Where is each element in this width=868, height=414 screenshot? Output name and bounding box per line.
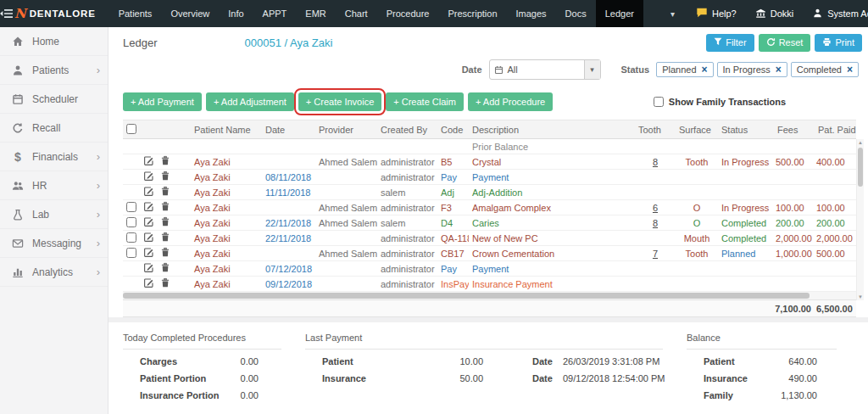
summary-row: Insurance50.00Date09/12/2018 12:54:00 PM (305, 373, 687, 383)
cell-pat-paid: 200.00 (815, 215, 856, 231)
create-claim-button[interactable]: + Create Claim (386, 92, 464, 111)
sidebar-item-recall[interactable]: Recall (0, 114, 108, 143)
cell-date (262, 139, 315, 154)
nav-more-button[interactable]: ▾ (659, 0, 687, 27)
row-checkbox[interactable] (126, 202, 136, 212)
filters-row: Date All ▾ Status Planned×In Progress×Co… (108, 53, 868, 85)
scroll-down-icon[interactable]: ▼ (857, 294, 864, 299)
delete-icon[interactable] (160, 232, 170, 243)
cell-date (262, 154, 315, 170)
summary-value: 490.00 (770, 373, 817, 383)
page-title: Ledger (123, 36, 157, 49)
date-filter-select[interactable]: All ▾ (489, 59, 601, 80)
help-icon (696, 7, 708, 20)
delete-icon[interactable] (160, 186, 170, 197)
user-menu[interactable]: System Administrator ▾ (803, 0, 868, 27)
header-select-checkbox[interactable] (126, 124, 136, 134)
nav-item-patients[interactable]: Patients (109, 0, 162, 27)
horizontal-scrollbar[interactable] (123, 292, 856, 299)
nav-item-info[interactable]: Info (219, 0, 253, 27)
delete-icon[interactable] (160, 171, 170, 182)
status-filter-chips: Planned×In Progress×Completed× (656, 62, 859, 77)
sidebar-item-analytics[interactable]: Analytics› (0, 258, 108, 287)
row-checkbox[interactable] (126, 232, 136, 243)
add-procedure-button[interactable]: + Add Procedure (468, 92, 553, 111)
create-invoice-button[interactable]: + Create Invoice (298, 92, 381, 111)
vertical-scrollbar[interactable]: ▲ ▼ (856, 139, 864, 300)
add-payment-button[interactable]: + Add Payment (123, 92, 202, 111)
sidebar-item-home[interactable]: Home (0, 27, 108, 56)
cell-select (123, 215, 140, 231)
scroll-up-icon[interactable]: ▲ (857, 140, 864, 145)
edit-icon[interactable] (143, 155, 154, 166)
edit-icon[interactable] (143, 201, 154, 212)
nav-item-images[interactable]: Images (507, 0, 556, 27)
help-label: Help? (712, 8, 737, 19)
summary: Today Completed ProceduresCharges0.00Pat… (108, 322, 868, 400)
tooth-link[interactable]: 8 (653, 157, 658, 167)
nav-item-appt[interactable]: APPT (253, 0, 297, 27)
reset-button[interactable]: Reset (759, 34, 811, 52)
sidebar-toggle-icon[interactable] (0, 0, 13, 27)
nav-item-ledger[interactable]: Ledger (596, 0, 643, 27)
user-icon (812, 8, 823, 20)
print-button[interactable]: Print (815, 34, 862, 52)
patient-link[interactable]: 000051 / Aya Zaki (244, 36, 332, 49)
sidebar-item-patients[interactable]: Patients› (0, 56, 108, 85)
edit-icon[interactable] (143, 186, 154, 197)
nav-item-emr[interactable]: EMR (296, 0, 335, 27)
chip-remove-button[interactable]: × (776, 64, 782, 75)
edit-icon[interactable] (143, 277, 154, 288)
add-adjustment-button[interactable]: + Add Adjustment (206, 92, 294, 111)
row-checkbox[interactable] (126, 248, 136, 258)
help-button[interactable]: Help? (687, 0, 746, 27)
tooth-link[interactable]: 7 (653, 249, 658, 259)
chip-remove-button[interactable]: × (847, 64, 853, 75)
delete-icon[interactable] (160, 201, 170, 212)
nav-item-prescription[interactable]: Prescription (438, 0, 506, 27)
edit-icon[interactable] (143, 262, 154, 273)
cell-tooth: 8 (635, 215, 676, 231)
sidebar-item-scheduler[interactable]: Scheduler (0, 85, 108, 114)
edit-icon[interactable] (143, 247, 154, 258)
filter-button[interactable]: Filter (706, 34, 754, 52)
sidebar-item-label: Recall (32, 122, 60, 134)
delete-icon[interactable] (160, 216, 170, 227)
family-transactions-checkbox[interactable] (654, 97, 664, 107)
col-header-pat-paid: Pat. Paid (815, 120, 856, 139)
sidebar-item-hr[interactable]: HR› (0, 171, 108, 200)
nav-item-overview[interactable]: Overview (161, 0, 219, 27)
delete-icon[interactable] (160, 155, 170, 166)
date-filter-caret[interactable]: ▾ (584, 60, 600, 79)
delete-icon[interactable] (160, 277, 170, 288)
summary-section-today-completed-procedures: Today Completed ProceduresCharges0.00Pat… (123, 329, 305, 400)
chip-remove-button[interactable]: × (702, 64, 708, 75)
family-transactions-toggle[interactable]: Show Family Transactions (654, 97, 868, 107)
cell-patient-name: Aya Zaki (191, 154, 262, 170)
clinic-button[interactable]: Dokki (746, 0, 804, 27)
cell-status (718, 185, 774, 200)
tooth-link[interactable]: 8 (653, 218, 658, 228)
delete-icon[interactable] (160, 262, 170, 273)
col-header-code: Code (437, 120, 469, 139)
edit-icon[interactable] (143, 216, 154, 227)
sidebar-item-lab[interactable]: Lab› (0, 200, 108, 229)
nav-item-chart[interactable]: Chart (336, 0, 377, 27)
summary-label: Charges (140, 356, 220, 366)
page-header: Ledger 000051 / Aya Zaki Filter Reset Pr… (108, 27, 868, 53)
tooth-link[interactable]: 6 (653, 203, 658, 213)
delete-icon[interactable] (160, 247, 170, 258)
sidebar-item-financials[interactable]: $Financials› (0, 143, 108, 171)
edit-icon[interactable] (143, 171, 154, 182)
sidebar-item-messaging[interactable]: Messaging› (0, 229, 108, 258)
nav-item-procedure[interactable]: Procedure (377, 0, 439, 27)
horizontal-scrollbar-thumb[interactable] (123, 293, 810, 299)
vertical-scrollbar-thumb[interactable] (858, 148, 863, 187)
row-checkbox[interactable] (126, 217, 136, 227)
cell-fees (774, 170, 815, 185)
cell-status: In Progress (718, 154, 774, 170)
summary-label: Family (704, 390, 770, 400)
chevron-right-icon: › (97, 64, 100, 76)
nav-item-docs[interactable]: Docs (556, 0, 596, 27)
edit-icon[interactable] (143, 232, 154, 243)
